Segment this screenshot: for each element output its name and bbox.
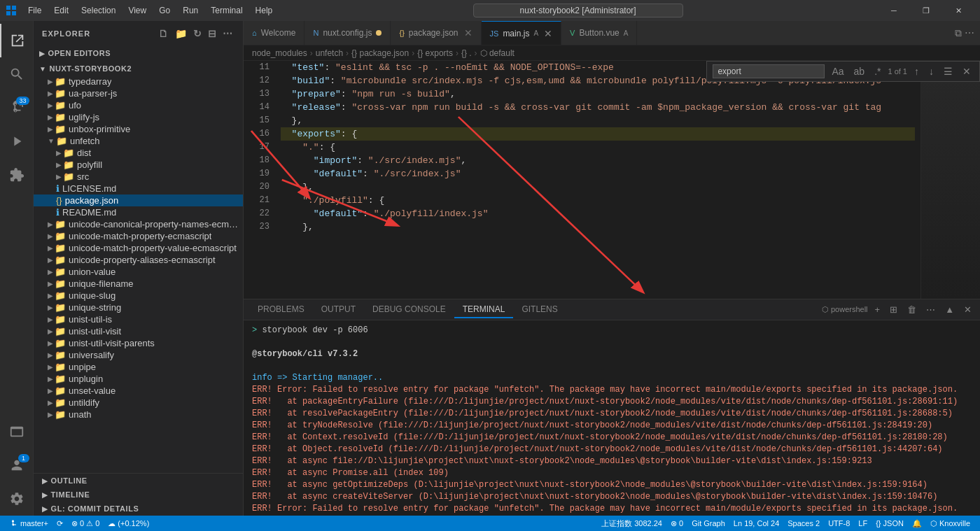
- tree-item-unique-string[interactable]: ▶📁unique-string: [34, 302, 243, 313]
- tree-item-unist-util-visit[interactable]: ▶📁unist-util-visit: [34, 325, 243, 337]
- tab-problems[interactable]: PROBLEMS: [249, 302, 313, 318]
- sync-status[interactable]: ⟳: [52, 516, 67, 531]
- tab-package-json[interactable]: {}package.json✕: [391, 21, 481, 45]
- tab-welcome[interactable]: ⌂Welcome: [244, 21, 304, 45]
- tree-item-readme-md[interactable]: ℹREADME.md: [34, 206, 243, 218]
- tree-item-uglify-js[interactable]: ▶📁uglify-js: [34, 111, 243, 123]
- tree-item-unique-slug[interactable]: ▶📁unique-slug: [34, 290, 243, 302]
- tab-close-btn[interactable]: ✕: [464, 27, 472, 38]
- tree-item-ua-parser-js[interactable]: ▶📁ua-parser-js: [34, 87, 243, 99]
- project-header[interactable]: ▼ NUXT-STORYBOOK2: [34, 62, 243, 76]
- close-panel-btn[interactable]: ✕: [961, 303, 974, 316]
- tree-item-unicode-match-property-value-ecmascript[interactable]: ▶📁unicode-match-property-value-ecmascrip…: [34, 242, 243, 254]
- notifications-status[interactable]: 🔔: [908, 516, 926, 531]
- refresh-icon[interactable]: ↻: [192, 27, 204, 41]
- tree-item-unbox-primitive[interactable]: ▶📁unbox-primitive: [34, 123, 243, 135]
- tree-item-typedarray[interactable]: ▶📁typedarray: [34, 76, 243, 87]
- menu-go[interactable]: Go: [153, 4, 176, 17]
- menu-terminal[interactable]: Terminal: [205, 4, 248, 17]
- tab-gitlens[interactable]: GITLENS: [513, 302, 566, 318]
- new-folder-icon[interactable]: 📁: [174, 27, 189, 41]
- spaces-status[interactable]: Spaces 2: [783, 516, 824, 531]
- breadcrumb-node-modules[interactable]: node_modules: [252, 48, 307, 58]
- tree-item-unpipe[interactable]: ▶📁unpipe: [34, 361, 243, 373]
- search-activity-icon[interactable]: [0, 57, 34, 91]
- tab-terminal[interactable]: TERMINAL: [454, 302, 514, 318]
- cloud-status[interactable]: ☁ (+0.12%): [104, 516, 153, 531]
- tree-item-unicode-property-aliases-ecmascript[interactable]: ▶📁unicode-property-aliases-ecmascript: [34, 254, 243, 266]
- select-all-results-btn[interactable]: ☰: [941, 64, 955, 78]
- case-sensitive-btn[interactable]: Aa: [829, 64, 846, 78]
- git-graph-status[interactable]: Git Graph: [687, 516, 729, 531]
- accounts-activity-icon[interactable]: 1: [0, 448, 34, 482]
- tree-item-untildify[interactable]: ▶📁untildify: [34, 397, 243, 409]
- tree-item-unath[interactable]: ▶📁unath: [34, 409, 243, 420]
- tree-item-license-md[interactable]: ℹLICENSE.md: [34, 183, 243, 194]
- more-actions-icon[interactable]: ⋯: [221, 27, 234, 41]
- code-content[interactable]: "test": "eslint && tsc -p . --noEmit && …: [275, 61, 920, 299]
- breadcrumb-exports[interactable]: {} exports: [417, 48, 453, 58]
- tree-item-dist[interactable]: ▶📁dist: [34, 147, 243, 159]
- minimize-button[interactable]: ─: [878, 0, 910, 21]
- split-editor-icon[interactable]: ⧉: [955, 27, 962, 39]
- menu-view[interactable]: View: [122, 4, 152, 17]
- tree-item-unicode-match-property-ecmascript[interactable]: ▶📁unicode-match-property-ecmascript: [34, 230, 243, 242]
- settings-activity-icon[interactable]: [0, 482, 34, 516]
- tree-item-unplugin[interactable]: ▶📁unplugin: [34, 373, 243, 385]
- run-debug-activity-icon[interactable]: [0, 125, 34, 158]
- gl-commit-details-section[interactable]: ▶ GL: COMMIT DETAILS: [34, 502, 243, 516]
- cursor-position-status[interactable]: Ln 19, Col 24: [729, 516, 783, 531]
- next-result-btn[interactable]: ↓: [926, 64, 937, 78]
- tree-item-polyfill[interactable]: ▶📁polyfill: [34, 159, 243, 171]
- tab-nuxt-config-js[interactable]: Nnuxt.config.js: [304, 21, 391, 45]
- menu-selection[interactable]: Selection: [76, 4, 121, 17]
- tab-main-js[interactable]: JSmain.jsA✕: [482, 21, 562, 45]
- extensions-activity-icon[interactable]: [0, 158, 34, 192]
- git-branch-status[interactable]: master+: [6, 516, 52, 531]
- more-tabs-icon[interactable]: ⋯: [965, 27, 974, 38]
- tree-item-unfetch[interactable]: ▼📁unfetch: [34, 135, 243, 147]
- menu-edit[interactable]: Edit: [48, 4, 74, 17]
- stock-index-status[interactable]: 上证指数 3082.24: [597, 516, 666, 531]
- tab-button-vue[interactable]: VButton.vueA: [561, 21, 637, 45]
- line-ending-status[interactable]: LF: [854, 516, 872, 531]
- collapse-icon[interactable]: ⊟: [206, 27, 218, 41]
- menu-file[interactable]: File: [22, 4, 47, 17]
- remote-activity-icon[interactable]: [0, 415, 34, 448]
- tree-item-unist-util-is[interactable]: ▶📁unist-util-is: [34, 313, 243, 325]
- tab-debug-console[interactable]: DEBUG CONSOLE: [364, 302, 454, 318]
- explorer-activity-icon[interactable]: [0, 24, 34, 57]
- menu-run[interactable]: Run: [177, 4, 204, 17]
- close-search-btn[interactable]: ✕: [960, 64, 974, 78]
- kill-terminal-btn[interactable]: 🗑: [904, 303, 919, 316]
- breadcrumb-unfetch[interactable]: unfetch: [316, 48, 343, 58]
- outline-section[interactable]: ▶ Outline: [34, 474, 243, 488]
- add-terminal-btn[interactable]: +: [872, 303, 883, 316]
- tree-item-unset-value[interactable]: ▶📁unset-value: [34, 385, 243, 397]
- tree-item-ufo[interactable]: ▶📁ufo: [34, 99, 243, 111]
- remote-status[interactable]: ⬡ Knoxville: [926, 516, 974, 531]
- terminal-content[interactable]: > storybook dev -p 6006 @storybook/cli v…: [244, 320, 980, 516]
- tree-item-unist-util-visit-parents[interactable]: ▶📁unist-util-visit-parents: [34, 337, 243, 349]
- tree-item-unique-filename[interactable]: ▶📁unique-filename: [34, 278, 243, 290]
- errors-warnings[interactable]: ⊗ 0 ⚠ 0: [67, 516, 104, 531]
- timeline-section[interactable]: ▶ Timeline: [34, 488, 243, 502]
- tab-close-btn[interactable]: ✕: [544, 28, 552, 39]
- maximize-panel-btn[interactable]: ▲: [942, 303, 957, 316]
- terminal-more-btn[interactable]: ⋯: [923, 303, 938, 316]
- tree-item-universalify[interactable]: ▶📁universalify: [34, 349, 243, 361]
- tree-item-unicode-canonical-property-names-ecmascript[interactable]: ▶📁unicode-canonical-property-names-ecmas…: [34, 218, 243, 230]
- breadcrumb-default[interactable]: ⬡ default: [480, 48, 514, 58]
- whole-word-btn[interactable]: ab: [851, 64, 868, 78]
- new-file-icon[interactable]: 🗋: [157, 27, 170, 41]
- menu-help[interactable]: Help: [250, 4, 279, 17]
- error-count-status[interactable]: ⊗ 0: [666, 516, 687, 531]
- title-search[interactable]: nuxt-storybook2 [Administrator]: [473, 3, 683, 17]
- search-input[interactable]: [713, 64, 825, 78]
- split-terminal-btn[interactable]: ⊞: [887, 303, 900, 316]
- close-button[interactable]: ✕: [942, 0, 974, 21]
- tab-output[interactable]: OUTPUT: [313, 302, 364, 318]
- language-mode-status[interactable]: {} JSON: [872, 516, 908, 531]
- regex-btn[interactable]: .*: [872, 64, 883, 78]
- prev-result-btn[interactable]: ↑: [911, 64, 922, 78]
